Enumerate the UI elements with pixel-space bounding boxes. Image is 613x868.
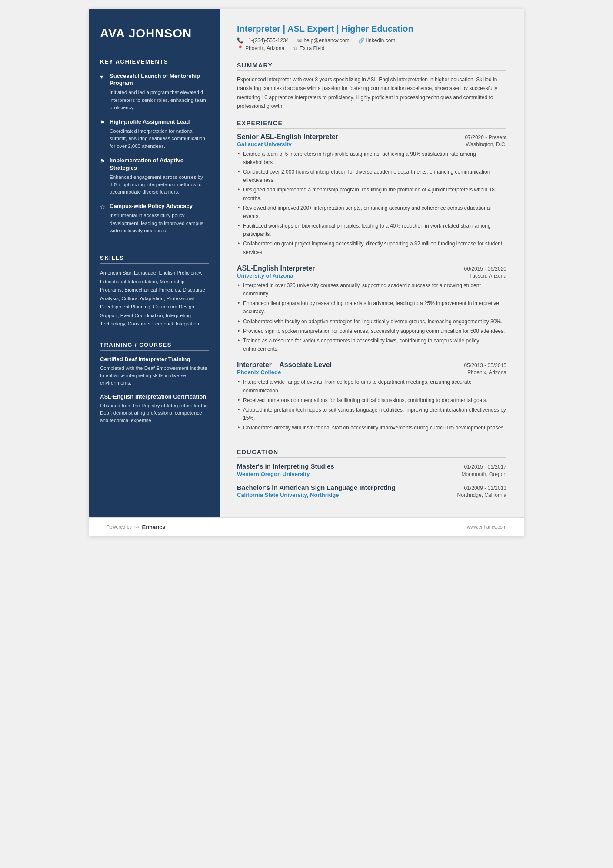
job-title-part3: Higher Education (341, 24, 413, 34)
edu-dates-2: 01/2009 - 01/2013 (464, 485, 506, 491)
edu-location-1: Monmouth, Oregon (462, 471, 506, 477)
job-title-part1: Interpreter (237, 24, 280, 34)
job-header-1: Senior ASL-English Interpreter 07/2020 -… (237, 133, 506, 141)
achievement-item-2: ⚑ High-profile Assignment Lead Coordinat… (100, 118, 209, 150)
heart-icon: ♥ (100, 74, 106, 80)
bullet-2-1: Interpreted in over 320 university cours… (237, 282, 506, 298)
achievement-item-1: ♥ Successful Launch of Mentorship Progra… (100, 73, 209, 112)
job-title-part2: ASL Expert (287, 24, 334, 34)
achievement-title-2: High-profile Assignment Lead (110, 118, 190, 126)
contact-linkedin: 🔗 linkedin.com (358, 37, 396, 44)
job-header-2: ASL-English Interpreter 06/2015 - 06/202… (237, 265, 506, 272)
edu-org-row-2: California State University, Northridge … (237, 492, 506, 498)
contact-row: 📞 +1-(234)-555-1234 ✉ help@enhancv.com 🔗… (237, 37, 506, 44)
job-bullets-2: Interpreted in over 320 university cours… (237, 282, 506, 354)
bullet-2-5: Trained as a resource for various depart… (237, 337, 506, 353)
edu-degree-2: Bachelor's in American Sign Language Int… (237, 483, 396, 492)
footer-website: www.enhancv.com (467, 524, 506, 530)
footer-right: www.enhancv.com (467, 524, 506, 530)
flag-icon-1: ⚑ (100, 119, 106, 126)
bullet-1-3: Designed and implemented a mentorship pr… (237, 186, 506, 202)
star-icon-2: ☆ (293, 45, 298, 51)
edu-header-2: Bachelor's in American Sign Language Int… (237, 483, 506, 492)
edu-header-1: Master's in Interpreting Studies 01/2015… (237, 462, 506, 471)
training-item-1: Certified Deaf Interpreter Training Comp… (100, 356, 209, 387)
email-icon: ✉ (297, 37, 302, 44)
candidate-name: AVA JOHNSON (100, 26, 209, 41)
contact-email: ✉ help@enhancv.com (297, 37, 349, 44)
job-title: Interpreter | ASL Expert | Higher Educat… (237, 24, 506, 34)
job-org-2: University of Arizona (237, 272, 293, 279)
achievement-title-3: Implementation of Adaptive Strategies (110, 157, 209, 172)
footer-left: Powered by ∞ Enhancv (107, 523, 166, 531)
achievements-title: KEY ACHIEVEMENTS (100, 58, 209, 67)
bullet-3-3: Adapted interpretation techniques to sui… (237, 406, 506, 422)
footer-logo: Enhancv (142, 524, 166, 530)
job-title-1: Senior ASL-English Interpreter (237, 133, 338, 141)
education-title: EDUCATION (237, 449, 506, 458)
training-item-2: ASL-English Interpretation Certification… (100, 393, 209, 425)
contact-location: 📍 Phoenix, Arizona (237, 45, 284, 51)
flag-icon-2: ⚑ (100, 158, 106, 164)
main-header: Interpreter | ASL Expert | Higher Educat… (237, 24, 506, 53)
achievement-title-4: Campus-wide Policy Advocacy (110, 203, 193, 210)
bullet-3-2: Received numerous commendations for faci… (237, 396, 506, 405)
main-content: Interpreter | ASL Expert | Higher Educat… (220, 9, 524, 517)
summary-title: SUMMARY (237, 62, 506, 71)
bullet-1-4: Reviewed and improved 200+ interpretatio… (237, 204, 506, 221)
edu-org-1: Western Oregon University (237, 471, 310, 477)
job-block-2: ASL-English Interpreter 06/2015 - 06/202… (237, 265, 506, 354)
training-title-2: ASL-English Interpretation Certification (100, 393, 209, 401)
achievement-header-4: ☆ Campus-wide Policy Advocacy (100, 203, 209, 210)
resume-body: AVA JOHNSON KEY ACHIEVEMENTS ♥ Successfu… (89, 9, 524, 517)
edu-org-2: California State University, Northridge (237, 492, 339, 498)
bullet-2-2: Enhanced client preparation by researchi… (237, 299, 506, 316)
phone-text: +1-(234)-555-1234 (245, 37, 289, 44)
job-org-row-3: Phoenix College Phoenix, Arizona (237, 369, 506, 375)
edu-block-1: Master's in Interpreting Studies 01/2015… (237, 462, 506, 477)
footer: Powered by ∞ Enhancv www.enhancv.com (89, 517, 524, 536)
achievement-header-1: ♥ Successful Launch of Mentorship Progra… (100, 73, 209, 87)
bullet-3-1: Interpreted a wide range of events, from… (237, 378, 506, 395)
experience-title: EXPERIENCE (237, 120, 506, 129)
achievement-desc-2: Coordinated interpretation for national … (100, 127, 209, 150)
contact-extra: ☆ Extra Field (293, 45, 324, 51)
training-title-1: Certified Deaf Interpreter Training (100, 356, 209, 363)
skills-text: American Sign Language, English Proficie… (100, 269, 209, 328)
job-block-1: Senior ASL-English Interpreter 07/2020 -… (237, 133, 506, 257)
location-icon: 📍 (237, 45, 243, 51)
summary-text: Experienced interpreter with over 8 year… (237, 75, 506, 111)
training-title: TRAINING / COURSES (100, 342, 209, 351)
job-org-1: Gallaudet University (237, 141, 292, 147)
edu-degree-1: Master's in Interpreting Studies (237, 462, 334, 471)
job-location-1: Washington, D.C. (466, 141, 506, 147)
job-block-3: Interpreter – Associate Level 05/2013 - … (237, 361, 506, 432)
bullet-1-6: Collaborated on grant project improving … (237, 240, 506, 256)
extra-text: Extra Field (300, 45, 324, 51)
summary-section: SUMMARY Experienced interpreter with ove… (237, 62, 506, 111)
bullet-2-4: Provided sign to spoken interpretation f… (237, 327, 506, 335)
skills-section: SKILLS American Sign Language, English P… (100, 255, 209, 328)
enhancv-icon: ∞ (134, 523, 139, 531)
separator-2: | (336, 24, 341, 34)
edu-block-2: Bachelor's in American Sign Language Int… (237, 483, 506, 499)
training-section: TRAINING / COURSES Certified Deaf Interp… (100, 342, 209, 430)
bullet-1-2: Conducted over 2,000 hours of interpreta… (237, 168, 506, 184)
achievement-desc-3: Enhanced engagement across courses by 30… (100, 174, 209, 196)
achievement-header-2: ⚑ High-profile Assignment Lead (100, 118, 209, 126)
bullet-3-4: Collaborated directly with instructional… (237, 424, 506, 432)
experience-section: EXPERIENCE Senior ASL-English Interprete… (237, 120, 506, 440)
training-desc-1: Completed with the Deaf Empowerment Inst… (100, 365, 209, 387)
education-section: EDUCATION Master's in Interpreting Studi… (237, 449, 506, 504)
achievements-section: KEY ACHIEVEMENTS ♥ Successful Launch of … (100, 58, 209, 242)
job-bullets-3: Interpreted a wide range of events, from… (237, 378, 506, 432)
edu-org-row-1: Western Oregon University Monmouth, Oreg… (237, 471, 506, 477)
resume-wrapper: AVA JOHNSON KEY ACHIEVEMENTS ♥ Successfu… (89, 9, 524, 536)
job-header-3: Interpreter – Associate Level 05/2013 - … (237, 361, 506, 369)
job-bullets-1: Leaded a team of 5 interpreters in high-… (237, 150, 506, 257)
achievement-desc-1: Initiated and led a program that elevate… (100, 89, 209, 111)
achievement-item-3: ⚑ Implementation of Adaptive Strategies … (100, 157, 209, 196)
powered-by-text: Powered by (107, 524, 132, 530)
job-org-row-2: University of Arizona Tucson, Arizona (237, 272, 506, 279)
job-location-2: Tucson, Arizona (469, 273, 506, 279)
